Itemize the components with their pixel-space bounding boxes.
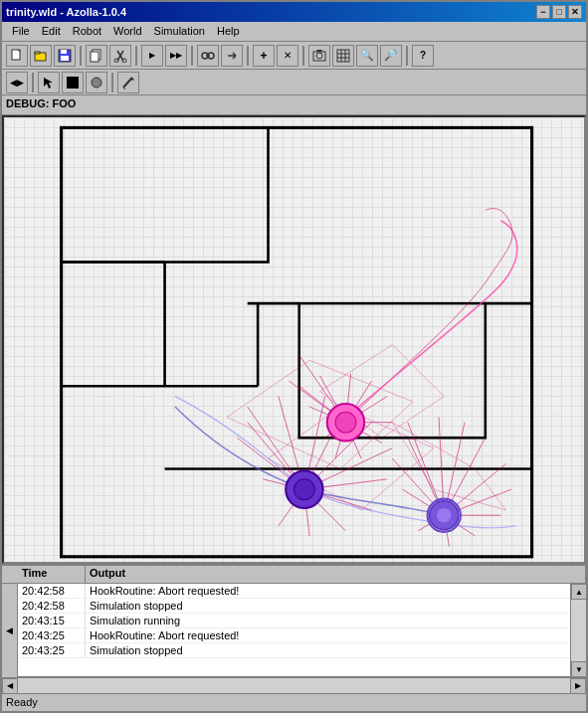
svg-rect-8 (91, 52, 98, 62)
toolbar-draw: ◀▶ (2, 70, 586, 95)
canvas-area[interactable] (2, 115, 586, 564)
svg-marker-20 (316, 50, 322, 52)
separator-1 (80, 46, 82, 66)
open-button[interactable] (30, 45, 52, 67)
view-btn2[interactable]: ▶▶ (165, 45, 187, 67)
color-btn[interactable] (86, 72, 107, 93)
plus-btn[interactable]: + (253, 45, 275, 67)
svg-rect-26 (337, 50, 349, 62)
log-row: 20:43:15 Simulation running (18, 614, 570, 628)
pen-btn[interactable] (117, 72, 139, 93)
svg-point-90 (294, 479, 315, 500)
scroll-left-btn[interactable]: ◀ (2, 678, 18, 694)
scroll-down-btn[interactable]: ▼ (571, 661, 586, 677)
view-btn1[interactable]: ▶ (141, 45, 163, 67)
menu-edit[interactable]: Edit (36, 24, 67, 39)
log-time: 20:43:15 (18, 614, 86, 627)
fill-btn[interactable] (62, 72, 84, 93)
log-scrollbar-horizontal[interactable]: ◀ ▶ (2, 677, 586, 693)
side-panel-btn[interactable]: ◀▶ (6, 72, 28, 93)
log-row: 20:42:58 Simulation stopped (18, 599, 570, 614)
sep-draw-2 (111, 73, 113, 92)
menu-help[interactable]: Help (211, 24, 246, 39)
cross-btn[interactable]: ✕ (277, 45, 298, 67)
separator-5 (302, 46, 304, 66)
log-content: ◀ 20:42:58 HookRoutine: Abort requested!… (2, 584, 586, 677)
svg-line-30 (123, 79, 131, 88)
scroll-up-btn[interactable]: ▲ (571, 584, 586, 600)
svg-point-94 (437, 508, 452, 523)
debug-bar: DEBUG: FOO (2, 95, 586, 115)
menu-world[interactable]: World (107, 24, 148, 39)
svg-rect-5 (61, 50, 67, 54)
svg-rect-34 (62, 127, 269, 262)
log-row: 20:42:58 HookRoutine: Abort requested! (18, 584, 570, 599)
menu-file[interactable]: File (6, 24, 36, 39)
menu-simulation[interactable]: Simulation (148, 24, 211, 39)
window-title: trinity.wld - Azolla-1.0.4 (6, 6, 126, 18)
maximize-button[interactable]: □ (552, 5, 566, 19)
log-time: 20:42:58 (18, 584, 86, 598)
menu-robot[interactable]: Robot (67, 24, 107, 39)
help-btn[interactable]: ? (412, 45, 434, 67)
debug-text: DEBUG: FOO (6, 97, 76, 109)
separator-4 (247, 46, 249, 66)
minimize-button[interactable]: − (536, 5, 550, 19)
svg-marker-27 (44, 78, 53, 89)
separator-3 (191, 46, 193, 66)
log-output: Simulation stopped (86, 643, 570, 657)
log-side-icon: ◀ (2, 584, 18, 677)
status-bar: Ready (2, 693, 586, 711)
svg-rect-28 (67, 77, 79, 89)
canvas-svg[interactable] (4, 117, 584, 562)
link-btn2[interactable] (221, 45, 243, 67)
svg-point-29 (92, 78, 101, 88)
log-row: 20:43:25 Simulation stopped (18, 643, 570, 658)
svg-line-32 (123, 88, 125, 89)
copy-button[interactable] (86, 45, 107, 67)
select-btn[interactable] (38, 72, 60, 93)
svg-rect-6 (61, 56, 69, 61)
cut-button[interactable] (109, 45, 131, 67)
link-btn1[interactable] (197, 45, 219, 67)
separator-2 (135, 46, 137, 66)
log-output: Simulation running (86, 614, 570, 627)
main-window: trinity.wld - Azolla-1.0.4 − □ ✕ File Ed… (0, 0, 588, 713)
col-time: Time (18, 566, 86, 583)
title-bar-buttons: − □ ✕ (536, 5, 582, 19)
log-panel: Time Output ◀ 20:42:58 HookRoutine: Abor… (2, 564, 586, 693)
log-output: HookRoutine: Abort requested! (86, 628, 570, 642)
new-button[interactable] (6, 45, 28, 67)
svg-point-21 (316, 53, 322, 59)
scroll-track (571, 600, 586, 661)
log-body[interactable]: 20:42:58 HookRoutine: Abort requested! 2… (18, 584, 570, 677)
scroll-right-btn[interactable]: ▶ (570, 678, 586, 694)
svg-marker-85 (392, 423, 505, 510)
log-output: Simulation stopped (86, 599, 570, 613)
grid-btn[interactable] (332, 45, 354, 67)
col-output: Output (86, 566, 586, 583)
title-bar: trinity.wld - Azolla-1.0.4 − □ ✕ (2, 2, 586, 22)
status-text: Ready (6, 696, 38, 708)
log-time: 20:42:58 (18, 599, 86, 613)
menu-bar: File Edit Robot World Simulation Help (2, 22, 586, 42)
log-scrollbar-vertical[interactable]: ▲ ▼ (570, 584, 586, 677)
log-time: 20:43:25 (18, 643, 86, 657)
log-row: 20:43:25 HookRoutine: Abort requested! (18, 628, 570, 643)
close-button[interactable]: ✕ (568, 5, 582, 19)
svg-rect-3 (35, 52, 40, 54)
sep-draw-1 (32, 73, 34, 92)
toolbar-main: ▶ ▶▶ + ✕ (2, 42, 586, 70)
save-button[interactable] (54, 45, 76, 67)
log-time: 20:43:25 (18, 628, 86, 642)
zoom-in-btn[interactable]: 🔍 (356, 45, 378, 67)
svg-point-88 (335, 412, 356, 433)
log-output: HookRoutine: Abort requested! (86, 584, 570, 598)
log-header: Time Output (2, 566, 586, 584)
separator-6 (406, 46, 408, 66)
h-scroll-track (18, 678, 570, 694)
zoom-out-btn[interactable]: 🔎 (380, 45, 402, 67)
cam-btn[interactable] (308, 45, 330, 67)
